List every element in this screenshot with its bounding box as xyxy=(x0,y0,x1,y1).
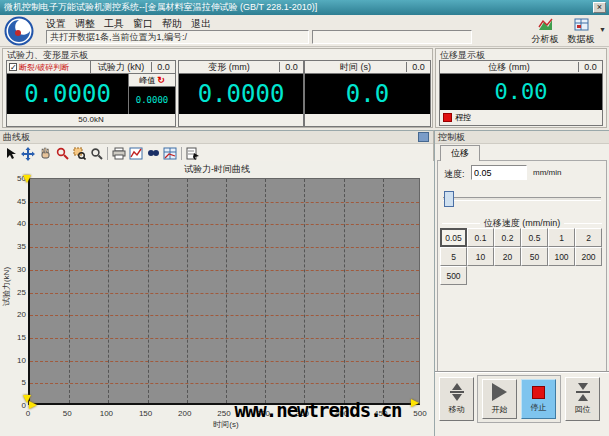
curve-data-table-icon[interactable] xyxy=(162,146,178,161)
control-panel-title: 控制板 xyxy=(435,131,609,144)
speed-option-1[interactable]: 1 xyxy=(548,228,575,247)
displacement-header-value: 0.0 xyxy=(578,62,602,72)
y-tick-40: 40 xyxy=(2,219,26,228)
move-updown-icon xyxy=(450,383,464,401)
speed-slider-track[interactable] xyxy=(443,197,601,201)
speed-option-20[interactable]: 20 xyxy=(494,247,521,266)
speed-slider[interactable] xyxy=(443,191,601,207)
close-button[interactable]: × xyxy=(593,2,606,13)
menu-item-5[interactable]: 退出 xyxy=(191,17,211,31)
start-button[interactable]: 开始 xyxy=(482,379,517,419)
curve-export-icon[interactable] xyxy=(185,146,201,161)
speed-option-2[interactable]: 2 xyxy=(575,228,602,247)
peak-refresh-icon[interactable]: ↻ xyxy=(157,75,165,85)
h-gridline xyxy=(30,293,419,294)
break-detect-checkbox[interactable]: ✓ xyxy=(9,63,17,71)
y-tick-15: 15 xyxy=(2,333,26,342)
x-tick-50: 50 xyxy=(55,409,79,418)
speed-option-0.05[interactable]: 0.05 xyxy=(440,228,467,247)
speed-slider-thumb[interactable] xyxy=(444,191,454,207)
play-icon xyxy=(492,383,507,401)
force-time-chart: 试验力-时间曲线 试验力(kN) 时间(s) www.newtrends.cn … xyxy=(0,161,434,436)
start-button-label: 开始 xyxy=(492,404,508,415)
deform-header-label: 变形 (mm) xyxy=(179,61,279,74)
h-gridline xyxy=(30,224,419,225)
print-icon[interactable] xyxy=(111,146,127,161)
time-lcd-value: 0.0 xyxy=(305,74,430,114)
control-panel: 控制板 位移 速度: mm/min 位移速度 (mm/min) 0.050.10… xyxy=(434,130,609,436)
speed-option-5[interactable]: 5 xyxy=(440,247,467,266)
stop-button-label: 停止 xyxy=(531,402,547,413)
titlebar: 微机控制电子万能试验机测控系统--[金属材料室温拉伸试验 (GB/T 228.1… xyxy=(0,0,609,15)
v-gridline xyxy=(226,179,227,403)
speed-option-50[interactable]: 50 xyxy=(521,247,548,266)
menu-item-2[interactable]: 工具 xyxy=(104,17,124,31)
return-button-label: 回位 xyxy=(575,404,591,415)
tab-displacement[interactable]: 位移 xyxy=(440,145,480,161)
speed-option-500[interactable]: 500 xyxy=(440,266,467,285)
control-divider xyxy=(435,371,609,373)
watermark-text: www.newtrends.cn xyxy=(208,399,428,421)
displacement-display-panel: 位移 (mm) 0.0 0.00 程控 xyxy=(439,60,603,126)
curve-search-icon[interactable] xyxy=(145,146,161,161)
h-gridline xyxy=(30,361,419,362)
menu-item-0[interactable]: 设置 xyxy=(46,17,66,31)
v-gridline xyxy=(265,179,266,403)
menu-item-4[interactable]: 帮助 xyxy=(162,17,182,31)
speed-option-200[interactable]: 200 xyxy=(575,247,602,266)
peak-label: 峰值 xyxy=(139,75,155,86)
analysis-panel-label: 分析板 xyxy=(532,33,559,46)
speed-unit-label: mm/min xyxy=(533,168,561,177)
deform-footer xyxy=(179,114,303,126)
panel-pin-icon[interactable] xyxy=(418,132,429,142)
app-window: 微机控制电子万能试验机测控系统--[金属材料室温拉伸试验 (GB/T 228.1… xyxy=(0,0,609,436)
speed-label: 速度: xyxy=(444,168,465,181)
stop-square-icon xyxy=(532,386,545,399)
curve-panel-title: 曲线板 xyxy=(0,131,433,144)
move-button-label: 移动 xyxy=(449,404,465,415)
speed-option-10[interactable]: 10 xyxy=(467,247,494,266)
y-tick-30: 30 xyxy=(2,265,26,274)
stop-button[interactable]: 停止 xyxy=(521,379,556,419)
return-button[interactable]: 回位 xyxy=(565,377,600,421)
data-panel-button[interactable]: 数据板 xyxy=(563,18,599,46)
x-tick-0: 0 xyxy=(16,409,40,418)
time-header-label: 时间 (s) xyxy=(305,61,406,74)
break-detect-option[interactable]: ✓ 断裂/破碎判断 xyxy=(7,61,91,73)
zoom-out-icon[interactable] xyxy=(88,146,104,161)
data-panel-label: 数据板 xyxy=(568,33,595,46)
speed-input[interactable] xyxy=(471,165,527,180)
deform-display-panel: 变形 (mm) 0.0 0.0000 xyxy=(178,60,304,127)
v-gridline xyxy=(344,179,345,403)
deform-header-value: 0.0 xyxy=(279,62,303,72)
program-control-indicator-icon xyxy=(443,113,452,122)
chart-plot-area[interactable] xyxy=(28,178,420,405)
select-cursor-icon[interactable] xyxy=(3,146,19,161)
speed-option-0.2[interactable]: 0.2 xyxy=(494,228,521,247)
v-gridline xyxy=(187,179,188,403)
force-deform-display-group: 试验力、变形显示板 ✓ 断裂/破碎判断 试验力 (kN) 0.0 0.0000 … xyxy=(2,48,433,128)
speed-option-0.5[interactable]: 0.5 xyxy=(521,228,548,247)
v-gridline xyxy=(383,179,384,403)
menu-item-1[interactable]: 调整 xyxy=(75,17,95,31)
analysis-panel-button[interactable]: 分析板 xyxy=(527,18,563,46)
menubar: 设置调整工具窗口帮助退出 xyxy=(46,17,220,30)
move-button[interactable]: 移动 xyxy=(439,377,474,421)
displacement-lcd-value: 0.00 xyxy=(440,74,602,110)
menu-item-3[interactable]: 窗口 xyxy=(133,17,153,31)
v-gridline xyxy=(148,179,149,403)
toolbar-overflow-arrow[interactable]: ▼ xyxy=(599,26,606,33)
x-tick-200: 200 xyxy=(173,409,197,418)
force-range-label: 50.0kN xyxy=(7,114,175,126)
curve-chart-icon[interactable] xyxy=(128,146,144,161)
zoom-area-icon[interactable] xyxy=(71,146,87,161)
speed-option-100[interactable]: 100 xyxy=(548,247,575,266)
pan-move-icon[interactable] xyxy=(20,146,36,161)
x-tick-150: 150 xyxy=(134,409,158,418)
window-title: 微机控制电子万能试验机测控系统--[金属材料室温拉伸试验 (GB/T 228.1… xyxy=(4,2,317,12)
speed-option-0.1[interactable]: 0.1 xyxy=(467,228,494,247)
hand-pan-icon[interactable] xyxy=(37,146,53,161)
zoom-in-icon[interactable] xyxy=(54,146,70,161)
app-logo-icon xyxy=(4,16,34,46)
curve-toolbar xyxy=(3,145,201,162)
